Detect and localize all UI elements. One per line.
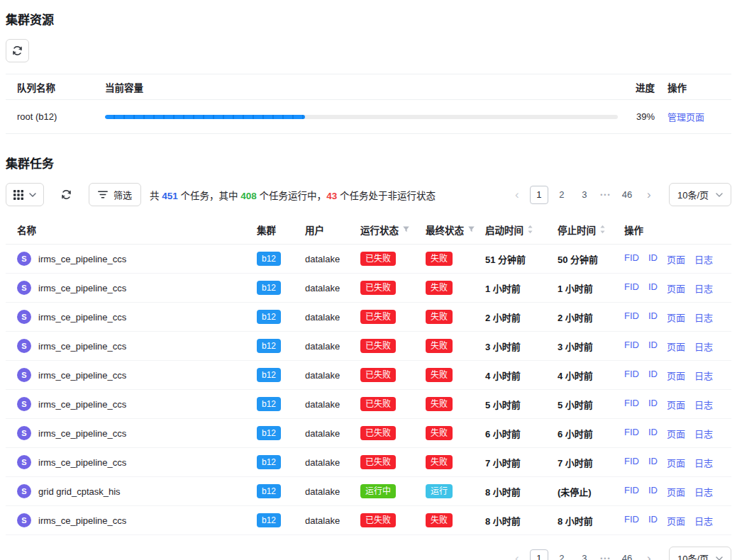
log-link[interactable]: 日志 — [694, 281, 713, 295]
progress-fill — [105, 115, 305, 119]
col-start-time-label: 启动时间 — [485, 223, 523, 237]
page-link[interactable]: 页面 — [667, 427, 685, 440]
chevron-down-icon — [716, 556, 723, 560]
run-status-badge: 已失败 — [360, 281, 396, 295]
filter-funnel-icon[interactable] — [467, 225, 475, 233]
refresh-resources-button[interactable] — [6, 39, 29, 62]
stop-time: 3 小时前 — [552, 340, 619, 353]
prev-page-button[interactable]: ‹ — [509, 549, 526, 560]
cluster-badge: b12 — [257, 455, 281, 469]
next-page-button[interactable]: › — [641, 549, 658, 560]
resource-row: root (b12) 39% 管理页面 — [6, 100, 731, 134]
page-ellipsis[interactable]: ••• — [598, 191, 614, 198]
avatar: S — [17, 252, 31, 266]
page-link[interactable]: 页面 — [667, 310, 685, 324]
avatar: S — [17, 339, 31, 353]
id-link[interactable]: ID — [648, 456, 658, 469]
id-link[interactable]: ID — [648, 398, 658, 411]
page-size-select[interactable]: 10条/页 — [669, 183, 731, 206]
log-link[interactable]: 日志 — [694, 398, 713, 411]
fid-link[interactable]: FID — [624, 427, 639, 440]
manage-page-link[interactable]: 管理页面 — [667, 112, 704, 123]
fid-link[interactable]: FID — [624, 252, 639, 266]
id-link[interactable]: ID — [648, 281, 658, 295]
tasks-summary: 共 451 个任务，其中 408 个任务运行中，43 个任务处于非运行状态 — [150, 188, 436, 202]
fid-link[interactable]: FID — [624, 485, 639, 498]
cluster-badge: b12 — [257, 484, 281, 498]
page-link[interactable]: 页面 — [667, 514, 685, 527]
table-row: S irms_ce_pipeline_ccs b12 datalake 已失败 … — [6, 448, 731, 477]
fid-link[interactable]: FID — [624, 310, 639, 324]
id-link[interactable]: ID — [648, 340, 658, 353]
log-link[interactable]: 日志 — [694, 369, 713, 382]
next-page-button[interactable]: › — [641, 186, 658, 204]
stop-time: 2 小时前 — [552, 310, 619, 324]
log-link[interactable]: 日志 — [694, 485, 713, 498]
task-name: irms_ce_pipeline_ccs — [38, 312, 126, 323]
run-status-badge: 已失败 — [360, 426, 396, 440]
id-link[interactable]: ID — [648, 252, 658, 266]
log-link[interactable]: 日志 — [694, 427, 713, 440]
non-running-count: 43 — [326, 191, 337, 201]
page-button-1[interactable]: 1 — [530, 549, 548, 560]
task-name: irms_ce_pipeline_ccs — [38, 457, 126, 468]
page-link[interactable]: 页面 — [667, 456, 685, 469]
sort-icon[interactable] — [599, 225, 606, 234]
page-button-46[interactable]: 46 — [618, 186, 636, 204]
filter-button[interactable]: 筛选 — [89, 183, 141, 206]
page-link[interactable]: 页面 — [667, 369, 685, 382]
id-link[interactable]: ID — [648, 514, 658, 527]
page-link[interactable]: 页面 — [667, 252, 685, 266]
page-button-3[interactable]: 3 — [575, 549, 594, 560]
page-button-3[interactable]: 3 — [575, 186, 594, 204]
cluster-badge: b12 — [257, 513, 281, 527]
log-link[interactable]: 日志 — [694, 252, 713, 266]
log-link[interactable]: 日志 — [694, 514, 713, 527]
page-link[interactable]: 页面 — [667, 398, 685, 411]
page-button-46[interactable]: 46 — [618, 549, 636, 560]
stop-time: 6 小时前 — [552, 427, 619, 440]
id-link[interactable]: ID — [648, 310, 658, 324]
bottom-bar: ‹ 1 2 3 ••• 46 › 10条/页 — [6, 547, 731, 560]
sort-icon[interactable] — [527, 225, 533, 234]
refresh-tasks-button[interactable] — [58, 189, 74, 200]
id-link[interactable]: ID — [648, 369, 658, 382]
column-settings-button[interactable] — [6, 183, 44, 206]
page-link[interactable]: 页面 — [667, 485, 685, 498]
log-link[interactable]: 日志 — [694, 340, 713, 353]
page-button-2[interactable]: 2 — [553, 186, 571, 204]
log-link[interactable]: 日志 — [694, 310, 713, 324]
col-resource-actions: 操作 — [656, 80, 731, 94]
stop-time: 4 小时前 — [552, 369, 619, 382]
page-button-1[interactable]: 1 — [530, 186, 548, 204]
cluster-badge: b12 — [257, 252, 281, 266]
fid-link[interactable]: FID — [624, 281, 639, 295]
prev-page-button[interactable]: ‹ — [509, 186, 526, 204]
avatar: S — [17, 455, 31, 469]
page-link[interactable]: 页面 — [667, 281, 685, 295]
page-ellipsis[interactable]: ••• — [598, 555, 614, 560]
id-link[interactable]: ID — [648, 485, 658, 498]
fid-link[interactable]: FID — [624, 369, 639, 382]
page-size-select[interactable]: 10条/页 — [669, 547, 731, 560]
fid-link[interactable]: FID — [624, 514, 639, 527]
page-link[interactable]: 页面 — [667, 340, 685, 353]
log-link[interactable]: 日志 — [694, 456, 713, 469]
col-start-time: 启动时间 — [480, 223, 552, 237]
fid-link[interactable]: FID — [624, 340, 639, 353]
resources-table-header: 队列名称 当前容量 进度 操作 — [6, 74, 731, 100]
col-progress: 进度 — [622, 80, 656, 94]
task-user: datalake — [299, 428, 355, 439]
start-time: 2 小时前 — [480, 310, 552, 324]
start-time: 5 小时前 — [480, 398, 552, 411]
id-link[interactable]: ID — [648, 427, 658, 440]
page-size-value: 10条/页 — [677, 551, 709, 560]
fid-link[interactable]: FID — [624, 456, 639, 469]
filter-funnel-icon[interactable] — [402, 225, 410, 233]
filter-lines-icon — [98, 191, 108, 198]
task-user: datalake — [299, 399, 355, 410]
run-status-badge: 运行中 — [360, 484, 396, 498]
fid-link[interactable]: FID — [624, 398, 639, 411]
page-button-2[interactable]: 2 — [553, 549, 571, 560]
tasks-toolbar: 筛选 共 451 个任务，其中 408 个任务运行中，43 个任务处于非运行状态… — [6, 183, 731, 206]
